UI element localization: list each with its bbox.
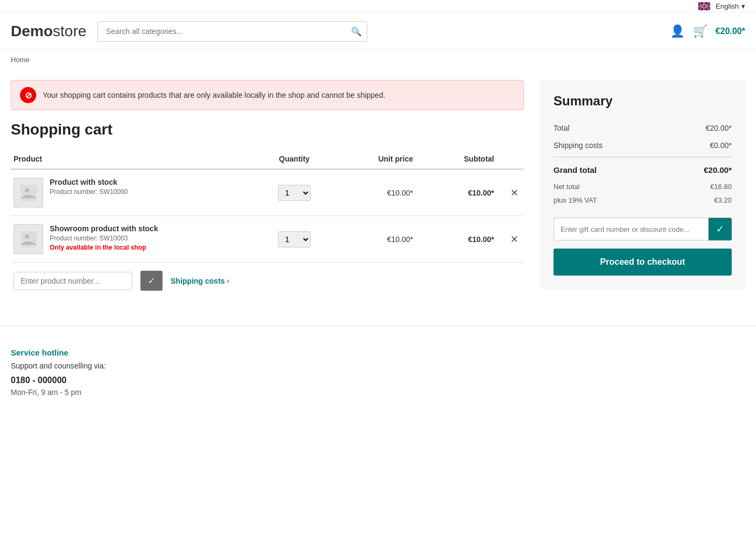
discount-area: ✓ [554, 218, 732, 240]
uk-flag-icon [698, 2, 710, 10]
alert-message: Your shopping cart contains products tha… [43, 91, 386, 99]
qty-cell-1: 1 2 3 4 5 [254, 216, 335, 263]
summary-divider [554, 157, 732, 157]
price-cell-1: €10.00* [335, 216, 416, 263]
cart-price[interactable]: €20.00* [716, 26, 745, 36]
summary-title: Summary [554, 93, 732, 109]
product-number-1: Product number: SW10003 [50, 235, 158, 242]
qty-select-0[interactable]: 1 2 3 4 5 [278, 185, 310, 201]
page-title: Shopping cart [11, 121, 524, 138]
search-button[interactable]: 🔍 [351, 26, 362, 37]
breadcrumb: Home [0, 50, 756, 69]
service-hotline: Service hotline Support and counselling … [11, 348, 745, 397]
product-thumbnail-1 [14, 224, 43, 254]
svg-point-2 [25, 188, 29, 192]
site-header: Demostore 🔍 👤 🛒 €20.00* [0, 13, 756, 50]
local-only-badge: Only available in the local shop [50, 244, 158, 251]
phone-number: 0180 - 000000 [11, 376, 745, 385]
search-input[interactable] [97, 21, 367, 42]
product-number-0: Product number: SW10000 [50, 188, 128, 196]
remove-item-button-1[interactable]: ✕ [508, 231, 521, 248]
table-row: Product with stock Product number: SW100… [11, 169, 524, 216]
qty-cell-0: 1 2 3 4 5 [254, 169, 335, 216]
shipping-label: Shipping costs [554, 141, 603, 150]
shipping-costs-link[interactable]: Shipping costs › [171, 277, 229, 285]
header-actions: 👤 🛒 €20.00* [670, 24, 745, 38]
cart-table: Product Quantity Unit price Subtotal [11, 149, 524, 263]
summary-shipping-row: Shipping costs €0.00* [554, 137, 732, 154]
site-logo[interactable]: Demostore [11, 23, 86, 40]
site-footer: Service hotline Support and counselling … [0, 326, 756, 418]
discount-apply-button[interactable]: ✓ [708, 218, 732, 240]
col-quantity: Quantity [254, 149, 335, 169]
language-bar: English ▾ [0, 0, 756, 13]
logo-store: store [53, 23, 86, 39]
language-selector[interactable]: English ▾ [698, 2, 745, 10]
total-value: €20.00* [706, 124, 732, 132]
product-number-input[interactable] [14, 272, 132, 290]
language-caret: ▾ [741, 2, 745, 10]
product-name-1: Showroom product with stock [50, 224, 158, 233]
remove-item-button-0[interactable]: ✕ [508, 184, 521, 202]
svg-rect-1 [21, 185, 37, 201]
summary-panel: Summary Total €20.00* Shipping costs €0.… [540, 80, 745, 289]
logo-demo: Demo [11, 23, 53, 39]
shipping-costs-label: Shipping costs [171, 277, 225, 285]
vat-label: plus 19% VAT [554, 196, 597, 204]
remove-cell-1: ✕ [497, 216, 524, 263]
discount-input[interactable] [554, 218, 708, 240]
table-row: Showroom product with stock Product numb… [11, 216, 524, 263]
search-container: 🔍 [97, 21, 367, 42]
account-icon[interactable]: 👤 [670, 24, 685, 38]
cart-section: ⊘ Your shopping cart contains products t… [11, 80, 524, 299]
summary-vat-row: plus 19% VAT €3.20 [554, 193, 732, 207]
net-total-value: €16.80 [710, 183, 732, 191]
col-unit-price: Unit price [335, 149, 416, 169]
subtotal-cell-0: €10.00* [416, 169, 497, 216]
grand-total-value: €20.00* [704, 165, 732, 175]
svg-rect-3 [21, 231, 37, 247]
price-cell-0: €10.00* [335, 169, 416, 216]
main-content: ⊘ Your shopping cart contains products t… [0, 69, 756, 310]
cart-bottom-bar: ✓ Shipping costs › [11, 263, 524, 299]
summary-net-row: Net total €16.80 [554, 180, 732, 193]
service-title: Service hotline [11, 348, 745, 357]
total-label: Total [554, 124, 570, 132]
add-product-icon: ✓ [148, 276, 155, 286]
svg-point-4 [25, 235, 29, 239]
grand-total-label: Grand total [554, 165, 597, 175]
product-name-0: Product with stock [50, 178, 128, 186]
product-cell-0: Product with stock Product number: SW100… [11, 169, 254, 216]
col-subtotal: Subtotal [416, 149, 497, 169]
alert-icon: ⊘ [20, 87, 36, 103]
discount-btn-icon: ✓ [716, 223, 724, 235]
summary-section: Summary Total €20.00* Shipping costs €0.… [540, 80, 745, 299]
language-label: English [716, 2, 739, 10]
summary-total-row: Total €20.00* [554, 119, 732, 137]
net-total-label: Net total [554, 183, 579, 191]
subtotal-cell-1: €10.00* [416, 216, 497, 263]
shipping-chevron-icon: › [227, 277, 229, 285]
vat-value: €3.20 [714, 196, 732, 204]
summary-grand-total-row: Grand total €20.00* [554, 160, 732, 180]
business-hours: Mon-Fri, 9 am - 5 pm [11, 388, 745, 397]
add-product-button[interactable]: ✓ [140, 271, 163, 291]
search-icon: 🔍 [351, 27, 362, 36]
breadcrumb-home[interactable]: Home [11, 56, 30, 64]
cart-icon[interactable]: 🛒 [693, 24, 707, 38]
product-cell-1: Showroom product with stock Product numb… [11, 216, 254, 263]
shipping-value: €0.00* [710, 141, 732, 150]
remove-cell-0: ✕ [497, 169, 524, 216]
alert-banner: ⊘ Your shopping cart contains products t… [11, 80, 524, 110]
col-product: Product [11, 149, 254, 169]
qty-select-1[interactable]: 1 2 3 4 5 [278, 231, 310, 247]
support-text: Support and counselling via: [11, 361, 745, 370]
checkout-button[interactable]: Proceed to checkout [554, 249, 732, 276]
product-thumbnail-0 [14, 178, 43, 207]
